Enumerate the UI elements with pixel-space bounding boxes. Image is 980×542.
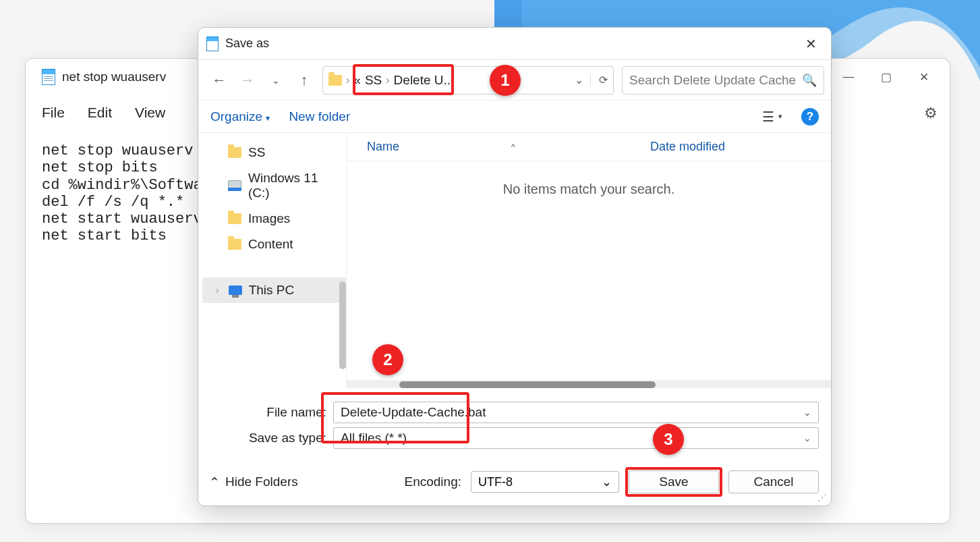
organize-menu[interactable]: Organize ▾ — [210, 109, 270, 124]
encoding-label: Encoding: — [404, 475, 461, 489]
dialog-app-icon — [206, 36, 219, 51]
address-bar[interactable]: › « SS › Delete U... ⌄ ⟳ — [322, 66, 614, 94]
chevron-down-icon[interactable]: ⌄ — [602, 475, 612, 489]
folder-icon — [228, 213, 241, 224]
folder-tree[interactable]: SS Windows 11 (C:) Images Content ›This … — [198, 133, 347, 388]
save-as-dialog: Save as ✕ ← → ⌄ ↑ › « SS › Delete U... ⌄… — [198, 27, 832, 506]
drive-icon — [228, 180, 241, 191]
maximize-button[interactable]: ▢ — [867, 63, 905, 90]
minimize-button[interactable]: — — [830, 63, 867, 90]
save-button[interactable]: Save — [629, 470, 719, 493]
nav-history-dropdown[interactable]: ⌄ — [262, 66, 290, 94]
folder-icon — [228, 239, 241, 250]
hide-folders-button[interactable]: ⌃Hide Folders — [205, 475, 298, 490]
dialog-title: Save as — [225, 36, 269, 51]
nav-forward-button[interactable]: → — [233, 66, 262, 94]
empty-message: No items match your search. — [347, 161, 831, 217]
dialog-footer: ⌃Hide Folders Encoding: UTF-8⌄ Save Canc… — [198, 458, 831, 506]
save-type-label: Save as type: — [210, 431, 333, 445]
menu-view[interactable]: View — [135, 105, 165, 121]
annotation-callout-2: 2 — [372, 344, 403, 375]
view-options-button[interactable]: ☰ ▾ — [762, 109, 782, 125]
help-button[interactable]: ? — [801, 108, 819, 126]
breadcrumb-item-current[interactable]: Delete U... — [394, 73, 455, 88]
sort-ascending-icon[interactable]: ^ — [511, 142, 515, 152]
menu-file[interactable]: File — [42, 105, 65, 121]
chevron-down-icon: ▾ — [266, 113, 270, 123]
dialog-titlebar[interactable]: Save as ✕ — [198, 28, 831, 60]
tree-scrollbar[interactable] — [339, 281, 346, 369]
breadcrumb-item-ss[interactable]: SS — [365, 73, 382, 88]
dialog-toolbar: Organize ▾ New folder ☰ ▾ ? — [198, 101, 831, 133]
breadcrumb-overflow[interactable]: « — [353, 73, 361, 88]
close-button[interactable]: ✕ — [905, 63, 943, 90]
chevron-up-icon: ⌃ — [209, 475, 220, 490]
breadcrumb-separator: › — [386, 74, 389, 86]
dialog-close-button[interactable]: ✕ — [796, 33, 826, 55]
resize-grip[interactable]: ⋰ — [817, 492, 827, 502]
save-type-select[interactable]: All files (*.*)⌄ — [333, 427, 819, 449]
annotation-callout-1: 1 — [490, 65, 521, 96]
folder-icon — [328, 75, 342, 86]
annotation-callout-3: 3 — [653, 424, 684, 455]
new-folder-button[interactable]: New folder — [289, 109, 350, 124]
tree-item-images[interactable]: Images — [212, 206, 346, 232]
settings-icon[interactable]: ⚙ — [924, 105, 938, 122]
dialog-fields: File name: Delete-Update-Cache.bat⌄ Save… — [198, 388, 831, 458]
tree-item-this-pc[interactable]: ›This PC — [202, 277, 346, 303]
cancel-button[interactable]: Cancel — [728, 470, 819, 493]
column-name[interactable]: Name — [367, 140, 399, 154]
address-dropdown-icon[interactable]: ⌄ — [575, 74, 583, 86]
tree-item-content[interactable]: Content — [212, 232, 346, 257]
refresh-button[interactable]: ⟳ — [590, 74, 608, 86]
encoding-select[interactable]: UTF-8⌄ — [471, 471, 619, 493]
chevron-down-icon[interactable]: ⌄ — [803, 407, 811, 418]
pc-icon — [229, 286, 242, 295]
menu-edit[interactable]: Edit — [88, 105, 112, 121]
file-list-header: Name^ Date modified — [347, 133, 831, 161]
file-name-input[interactable]: Delete-Update-Cache.bat⌄ — [333, 402, 819, 423]
file-list[interactable]: Name^ Date modified No items match your … — [347, 133, 831, 388]
chevron-right-icon: › — [216, 285, 219, 296]
tree-item-ss[interactable]: SS — [212, 140, 346, 165]
tree-item-drive-c[interactable]: Windows 11 (C:) — [212, 165, 346, 206]
search-placeholder: Search Delete Update Cache — [629, 73, 796, 88]
search-input[interactable]: Search Delete Update Cache 🔍 — [622, 66, 824, 94]
nav-up-button[interactable]: ↑ — [290, 66, 318, 94]
breadcrumb-separator: › — [346, 74, 349, 86]
file-name-label: File name: — [210, 405, 333, 420]
column-date[interactable]: Date modified — [650, 140, 725, 154]
h-scrollbar-thumb[interactable] — [399, 381, 656, 388]
nav-back-button[interactable]: ← — [205, 66, 233, 94]
search-icon: 🔍 — [802, 73, 817, 88]
notepad-app-icon — [42, 69, 55, 85]
folder-icon — [228, 147, 241, 158]
chevron-down-icon[interactable]: ⌄ — [803, 433, 811, 443]
